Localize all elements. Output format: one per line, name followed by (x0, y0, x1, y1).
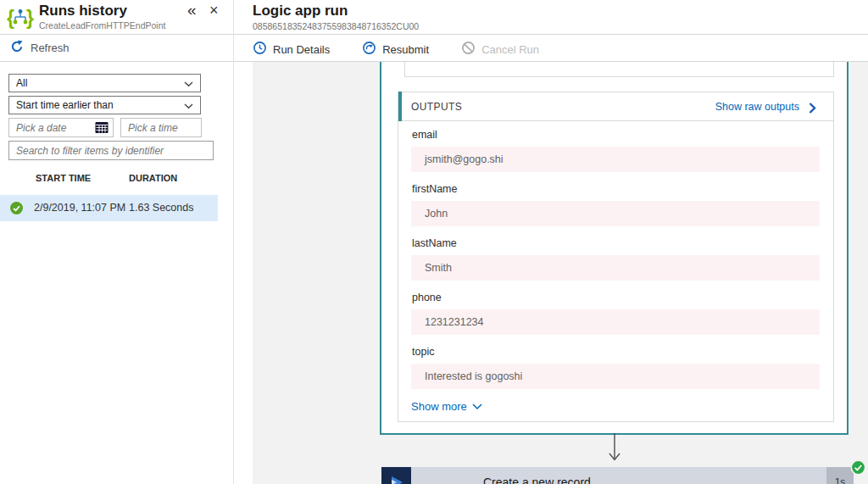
resubmit-label: Resubmit (382, 43, 429, 56)
logic-app-run-main: Logic app run 08586518352483755983848716… (234, 0, 868, 484)
show-more-link[interactable]: Show more (411, 400, 482, 413)
divider (234, 34, 868, 35)
create-new-record-action[interactable]: Create a new record 1s (381, 467, 854, 484)
chevron-down-icon (184, 103, 193, 109)
divider (0, 34, 233, 35)
field-label-topic: topic (412, 346, 820, 358)
run-succeeded-icon (10, 202, 23, 214)
refresh-button[interactable]: Refresh (10, 40, 70, 56)
field-label-firstname: firstName (412, 183, 820, 195)
run-details-button[interactable]: Run Details (253, 41, 330, 58)
logic-app-run-screen: { } Runs history CreateLeadFromHTTPEndPo… (0, 0, 868, 484)
designer-canvas: OUTPUTS Show raw outputs email jsmith@go… (253, 62, 868, 484)
resubmit-icon (362, 41, 376, 58)
outputs-header: OUTPUTS Show raw outputs (398, 92, 833, 121)
collapse-panel-button[interactable]: « (187, 1, 197, 19)
calendar-icon[interactable] (95, 121, 108, 137)
outputs-title: OUTPUTS (411, 92, 462, 121)
refresh-label: Refresh (31, 42, 70, 54)
logic-app-icon: { } (7, 4, 34, 35)
panel-title: Runs history (39, 3, 127, 19)
field-label-lastname: lastName (412, 237, 820, 249)
run-details-label: Run Details (273, 43, 330, 56)
action-title: Create a new record (411, 467, 826, 484)
selected-action-card: OUTPUTS Show raw outputs email jsmith@go… (380, 62, 849, 435)
runs-search-input[interactable] (8, 141, 214, 160)
svg-text:{: { (7, 7, 14, 29)
field-value-topic: Interested is gogoshi (411, 364, 820, 389)
page-title: Logic app run (253, 3, 348, 19)
pick-time-input[interactable] (120, 118, 202, 137)
outputs-section: OUTPUTS Show raw outputs email jsmith@go… (398, 92, 834, 422)
status-filter-dropdown[interactable]: All (8, 74, 201, 92)
outputs-accent-bar (398, 92, 402, 121)
chevron-down-icon (184, 81, 193, 87)
svg-text:}: } (26, 7, 34, 29)
cancel-run-button[interactable]: Cancel Run (461, 41, 539, 58)
run-history-row[interactable]: 2/9/2019, 11:07 PM 1.63 Seconds (0, 195, 218, 221)
panel-subtitle: CreateLeadFromHTTPEndPoint (39, 20, 165, 31)
field-value-phone: 1231231234 (411, 309, 820, 335)
field-value-lastname: Smith (411, 255, 820, 281)
runs-history-panel: { } Runs history CreateLeadFromHTTPEndPo… (0, 0, 234, 484)
action-succeeded-icon (850, 459, 866, 479)
divider (0, 61, 233, 62)
outputs-fields: email jsmith@gogo.shi firstName John las… (411, 121, 820, 414)
field-value-firstname: John (411, 201, 820, 226)
chevron-right-icon[interactable] (809, 102, 816, 117)
column-header-duration: DURATION (129, 173, 177, 183)
field-label-email: email (412, 129, 820, 141)
previous-section-box (404, 62, 834, 77)
close-panel-button[interactable]: × (209, 2, 219, 19)
cancel-run-label: Cancel Run (481, 43, 539, 56)
cancel-run-icon (461, 41, 476, 58)
show-raw-outputs-link[interactable]: Show raw outputs (715, 92, 799, 121)
field-value-email: jsmith@gogo.shi (411, 147, 820, 172)
run-duration: 1.63 Seconds (129, 195, 193, 221)
connector-icon (381, 467, 411, 484)
refresh-icon (10, 40, 24, 56)
time-filter-dropdown[interactable]: Start time earlier than (8, 96, 201, 114)
run-start-time: 2/9/2019, 11:07 PM (34, 195, 125, 221)
resubmit-button[interactable]: Resubmit (362, 41, 429, 58)
run-toolbar: Run Details Resubmit (253, 37, 539, 61)
run-details-icon (253, 41, 267, 58)
column-header-start-time: START TIME (36, 173, 91, 183)
connector-arrow-icon (608, 433, 621, 465)
status-filter-value: All (16, 77, 27, 89)
show-more-label: Show more (411, 400, 467, 413)
chevron-down-icon (472, 403, 482, 410)
time-filter-value: Start time earlier than (16, 99, 114, 111)
run-id: 08586518352483755983848716352CU00 (253, 21, 419, 31)
field-label-phone: phone (412, 292, 820, 303)
